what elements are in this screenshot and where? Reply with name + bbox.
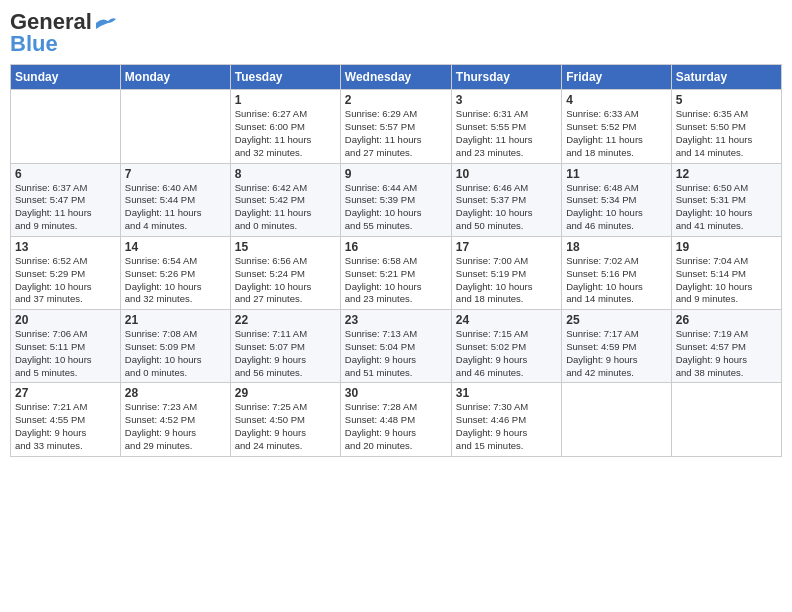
day-cell: 6Sunrise: 6:37 AM Sunset: 5:47 PM Daylig… [11, 163, 121, 236]
day-number: 24 [456, 313, 557, 327]
day-info: Sunrise: 6:31 AM Sunset: 5:55 PM Dayligh… [456, 108, 557, 159]
day-info: Sunrise: 6:48 AM Sunset: 5:34 PM Dayligh… [566, 182, 666, 233]
day-number: 26 [676, 313, 777, 327]
day-info: Sunrise: 6:54 AM Sunset: 5:26 PM Dayligh… [125, 255, 226, 306]
day-info: Sunrise: 7:23 AM Sunset: 4:52 PM Dayligh… [125, 401, 226, 452]
day-number: 16 [345, 240, 447, 254]
weekday-header-monday: Monday [120, 65, 230, 90]
day-cell [562, 383, 671, 456]
day-info: Sunrise: 7:06 AM Sunset: 5:11 PM Dayligh… [15, 328, 116, 379]
day-info: Sunrise: 7:04 AM Sunset: 5:14 PM Dayligh… [676, 255, 777, 306]
day-cell [671, 383, 781, 456]
day-info: Sunrise: 6:58 AM Sunset: 5:21 PM Dayligh… [345, 255, 447, 306]
day-info: Sunrise: 7:13 AM Sunset: 5:04 PM Dayligh… [345, 328, 447, 379]
week-row-2: 6Sunrise: 6:37 AM Sunset: 5:47 PM Daylig… [11, 163, 782, 236]
day-cell: 22Sunrise: 7:11 AM Sunset: 5:07 PM Dayli… [230, 310, 340, 383]
day-info: Sunrise: 7:15 AM Sunset: 5:02 PM Dayligh… [456, 328, 557, 379]
day-number: 18 [566, 240, 666, 254]
day-info: Sunrise: 6:40 AM Sunset: 5:44 PM Dayligh… [125, 182, 226, 233]
day-cell: 4Sunrise: 6:33 AM Sunset: 5:52 PM Daylig… [562, 90, 671, 163]
day-number: 15 [235, 240, 336, 254]
calendar: SundayMondayTuesdayWednesdayThursdayFrid… [10, 64, 782, 456]
logo: General Blue [10, 10, 116, 56]
week-row-4: 20Sunrise: 7:06 AM Sunset: 5:11 PM Dayli… [11, 310, 782, 383]
day-number: 14 [125, 240, 226, 254]
day-info: Sunrise: 6:52 AM Sunset: 5:29 PM Dayligh… [15, 255, 116, 306]
logo-bird-icon [94, 15, 116, 31]
day-number: 12 [676, 167, 777, 181]
weekday-header-tuesday: Tuesday [230, 65, 340, 90]
day-info: Sunrise: 7:00 AM Sunset: 5:19 PM Dayligh… [456, 255, 557, 306]
day-cell: 19Sunrise: 7:04 AM Sunset: 5:14 PM Dayli… [671, 236, 781, 309]
day-info: Sunrise: 6:42 AM Sunset: 5:42 PM Dayligh… [235, 182, 336, 233]
weekday-header-friday: Friday [562, 65, 671, 90]
day-number: 21 [125, 313, 226, 327]
day-cell: 3Sunrise: 6:31 AM Sunset: 5:55 PM Daylig… [451, 90, 561, 163]
day-number: 13 [15, 240, 116, 254]
day-cell: 25Sunrise: 7:17 AM Sunset: 4:59 PM Dayli… [562, 310, 671, 383]
day-cell: 13Sunrise: 6:52 AM Sunset: 5:29 PM Dayli… [11, 236, 121, 309]
day-number: 19 [676, 240, 777, 254]
day-number: 3 [456, 93, 557, 107]
day-info: Sunrise: 7:19 AM Sunset: 4:57 PM Dayligh… [676, 328, 777, 379]
day-info: Sunrise: 7:08 AM Sunset: 5:09 PM Dayligh… [125, 328, 226, 379]
day-info: Sunrise: 7:02 AM Sunset: 5:16 PM Dayligh… [566, 255, 666, 306]
day-cell: 7Sunrise: 6:40 AM Sunset: 5:44 PM Daylig… [120, 163, 230, 236]
weekday-row: SundayMondayTuesdayWednesdayThursdayFrid… [11, 65, 782, 90]
day-number: 1 [235, 93, 336, 107]
day-info: Sunrise: 7:30 AM Sunset: 4:46 PM Dayligh… [456, 401, 557, 452]
page: General Blue SundayMondayTuesdayWednesda… [0, 0, 792, 612]
day-info: Sunrise: 6:56 AM Sunset: 5:24 PM Dayligh… [235, 255, 336, 306]
day-cell: 28Sunrise: 7:23 AM Sunset: 4:52 PM Dayli… [120, 383, 230, 456]
day-number: 29 [235, 386, 336, 400]
day-cell: 24Sunrise: 7:15 AM Sunset: 5:02 PM Dayli… [451, 310, 561, 383]
weekday-header-thursday: Thursday [451, 65, 561, 90]
day-info: Sunrise: 6:27 AM Sunset: 6:00 PM Dayligh… [235, 108, 336, 159]
day-info: Sunrise: 6:46 AM Sunset: 5:37 PM Dayligh… [456, 182, 557, 233]
day-cell: 21Sunrise: 7:08 AM Sunset: 5:09 PM Dayli… [120, 310, 230, 383]
weekday-header-saturday: Saturday [671, 65, 781, 90]
day-cell [11, 90, 121, 163]
header: General Blue [10, 10, 782, 56]
day-number: 8 [235, 167, 336, 181]
day-info: Sunrise: 6:44 AM Sunset: 5:39 PM Dayligh… [345, 182, 447, 233]
day-cell: 1Sunrise: 6:27 AM Sunset: 6:00 PM Daylig… [230, 90, 340, 163]
day-cell: 8Sunrise: 6:42 AM Sunset: 5:42 PM Daylig… [230, 163, 340, 236]
day-cell: 14Sunrise: 6:54 AM Sunset: 5:26 PM Dayli… [120, 236, 230, 309]
logo-blue-text: Blue [10, 32, 58, 56]
day-cell: 18Sunrise: 7:02 AM Sunset: 5:16 PM Dayli… [562, 236, 671, 309]
day-cell: 23Sunrise: 7:13 AM Sunset: 5:04 PM Dayli… [340, 310, 451, 383]
day-number: 28 [125, 386, 226, 400]
day-info: Sunrise: 6:35 AM Sunset: 5:50 PM Dayligh… [676, 108, 777, 159]
day-number: 23 [345, 313, 447, 327]
day-number: 31 [456, 386, 557, 400]
day-cell [120, 90, 230, 163]
day-cell: 20Sunrise: 7:06 AM Sunset: 5:11 PM Dayli… [11, 310, 121, 383]
day-cell: 27Sunrise: 7:21 AM Sunset: 4:55 PM Dayli… [11, 383, 121, 456]
day-number: 7 [125, 167, 226, 181]
day-cell: 15Sunrise: 6:56 AM Sunset: 5:24 PM Dayli… [230, 236, 340, 309]
weekday-header-sunday: Sunday [11, 65, 121, 90]
day-number: 6 [15, 167, 116, 181]
day-cell: 2Sunrise: 6:29 AM Sunset: 5:57 PM Daylig… [340, 90, 451, 163]
day-cell: 11Sunrise: 6:48 AM Sunset: 5:34 PM Dayli… [562, 163, 671, 236]
day-info: Sunrise: 6:37 AM Sunset: 5:47 PM Dayligh… [15, 182, 116, 233]
day-cell: 31Sunrise: 7:30 AM Sunset: 4:46 PM Dayli… [451, 383, 561, 456]
day-info: Sunrise: 7:25 AM Sunset: 4:50 PM Dayligh… [235, 401, 336, 452]
day-cell: 5Sunrise: 6:35 AM Sunset: 5:50 PM Daylig… [671, 90, 781, 163]
day-info: Sunrise: 6:33 AM Sunset: 5:52 PM Dayligh… [566, 108, 666, 159]
day-number: 27 [15, 386, 116, 400]
day-number: 9 [345, 167, 447, 181]
day-number: 11 [566, 167, 666, 181]
day-cell: 26Sunrise: 7:19 AM Sunset: 4:57 PM Dayli… [671, 310, 781, 383]
day-number: 25 [566, 313, 666, 327]
week-row-5: 27Sunrise: 7:21 AM Sunset: 4:55 PM Dayli… [11, 383, 782, 456]
day-info: Sunrise: 7:21 AM Sunset: 4:55 PM Dayligh… [15, 401, 116, 452]
day-number: 30 [345, 386, 447, 400]
day-cell: 29Sunrise: 7:25 AM Sunset: 4:50 PM Dayli… [230, 383, 340, 456]
week-row-3: 13Sunrise: 6:52 AM Sunset: 5:29 PM Dayli… [11, 236, 782, 309]
day-cell: 17Sunrise: 7:00 AM Sunset: 5:19 PM Dayli… [451, 236, 561, 309]
day-info: Sunrise: 6:50 AM Sunset: 5:31 PM Dayligh… [676, 182, 777, 233]
calendar-body: 1Sunrise: 6:27 AM Sunset: 6:00 PM Daylig… [11, 90, 782, 456]
weekday-header-wednesday: Wednesday [340, 65, 451, 90]
